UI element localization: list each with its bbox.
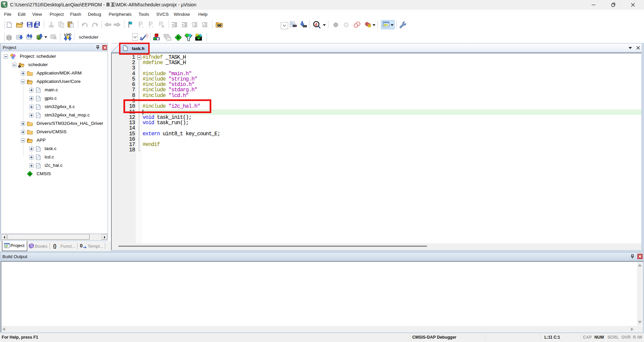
svg-text:s: s — [5, 5, 7, 8]
svg-text:?: ? — [31, 245, 33, 249]
svg-text:d: d — [315, 22, 318, 27]
